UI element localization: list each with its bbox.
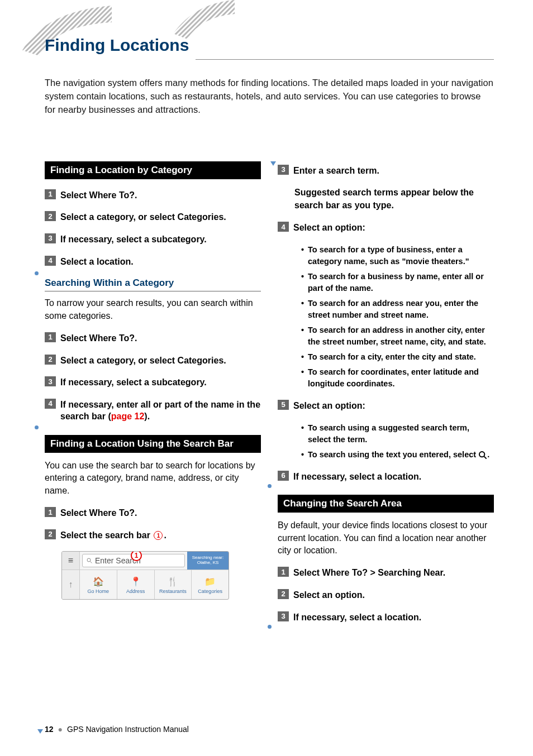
svg-point-3 — [479, 452, 484, 457]
body-text: You can use the search bar to search for… — [45, 460, 261, 497]
magnify-icon — [86, 557, 93, 564]
step-text: If necessary, select a location. — [293, 471, 421, 483]
step-text: Enter a search term. — [293, 165, 379, 177]
callout-ref-1: 1 — [154, 531, 163, 540]
page-footer: 12 ● GPS Navigation Instruction Manual — [45, 725, 189, 734]
step-text: If necessary, select a subcategory. — [60, 376, 207, 389]
list-item: To search for a business by name, enter … — [301, 271, 494, 294]
shortcut-address: 📍Address — [117, 570, 155, 599]
step-text: Select Where To?. — [60, 189, 137, 202]
back-icon: ↑ — [62, 570, 80, 599]
manual-title: GPS Navigation Instruction Manual — [67, 725, 189, 734]
page-number: 12 — [45, 725, 54, 734]
list-item: To search using the text you entered, se… — [301, 449, 494, 461]
page-link[interactable]: page 12 — [111, 412, 145, 421]
list-item: To search for an address in another city… — [301, 324, 494, 348]
device-screenshot: ≡ Enter Search 1 Searching near:Olathe, … — [61, 551, 229, 600]
step-number: 1 — [45, 332, 56, 342]
search-bar: Enter Search 1 — [82, 554, 185, 567]
step-text: If necessary, select a location. — [293, 611, 421, 624]
step-number: 3 — [45, 233, 56, 243]
step-number: 1 — [45, 507, 56, 517]
timeline-arrow — [270, 161, 276, 166]
step-text: If necessary, enter all or part of the n… — [60, 399, 261, 423]
categories-icon: 📁 — [204, 575, 216, 587]
step-text: Select an option: — [293, 222, 365, 234]
searching-near-badge: Searching near:Olathe, KS — [187, 552, 229, 570]
body-text: By default, your device finds locations … — [278, 519, 494, 557]
subsection-heading: Searching Within a Category — [45, 277, 261, 291]
step-number: 2 — [278, 589, 289, 599]
step-text: Select a category, or select Categories. — [60, 211, 226, 223]
step-number: 1 — [45, 189, 56, 199]
step-number: 4 — [45, 399, 56, 409]
timeline-arrow — [37, 729, 43, 734]
step-number: 2 — [45, 211, 56, 221]
step-number: 3 — [278, 165, 289, 175]
step-text: Select Where To?. — [60, 332, 137, 344]
body-text: To narrow your search results, you can s… — [45, 297, 261, 322]
section-heading-category: Finding a Location by Category — [45, 161, 261, 179]
home-icon: 🏠 — [92, 575, 104, 587]
svg-line-2 — [91, 562, 92, 563]
list-item: To search for an address near you, enter… — [301, 298, 494, 321]
section-heading-searchbar: Finding a Location Using the Search Bar — [45, 435, 261, 453]
step-number: 6 — [278, 471, 289, 481]
step-number: 2 — [45, 355, 56, 365]
list-item: To search for a type of business, enter … — [301, 244, 494, 267]
shortcut-categories: 📁Categories — [192, 570, 229, 599]
svg-point-1 — [87, 558, 91, 562]
step-text: Select an option: — [293, 400, 365, 412]
step-number: 1 — [278, 567, 289, 577]
option-list: To search using a suggested search term,… — [301, 422, 494, 461]
step-number: 3 — [45, 376, 56, 386]
step-text: Select Where To? > Searching Near. — [293, 567, 445, 579]
intro-text: The navigation system offers many method… — [45, 76, 494, 117]
step-number: 3 — [278, 611, 289, 621]
step-number: 4 — [278, 222, 289, 232]
step-number: 2 — [45, 529, 56, 539]
menu-icon: ≡ — [62, 552, 80, 570]
footer-bullet: ● — [58, 725, 63, 734]
step-text: Select a location. — [60, 256, 134, 268]
list-item: To search using a suggested search term,… — [301, 422, 494, 446]
timeline-dot — [35, 271, 39, 275]
step-text: If necessary, select a subcategory. — [60, 233, 207, 246]
address-icon: 📍 — [130, 575, 142, 587]
svg-line-4 — [484, 456, 487, 458]
chapter-title: Finding Locations — [45, 36, 494, 55]
list-item: To search for a city, enter the city and… — [301, 351, 494, 363]
step-text: Select an option. — [293, 589, 365, 601]
list-item: To search for coordinates, enter latitud… — [301, 366, 494, 390]
step-number: 4 — [45, 256, 56, 266]
step-text: Select Where To?. — [60, 507, 137, 519]
shortcut-go-home: 🏠Go Home — [80, 570, 117, 599]
timeline-dot — [268, 625, 272, 629]
step-text: Select a category, or select Categories. — [60, 355, 226, 367]
section-heading-search-area: Changing the Search Area — [278, 495, 494, 513]
title-rule — [196, 59, 494, 60]
step-text: Select the search bar 1. — [60, 529, 166, 542]
search-icon — [478, 451, 487, 460]
step-number: 5 — [278, 400, 289, 410]
option-list: To search for a type of business, enter … — [301, 244, 494, 390]
timeline-dot — [35, 425, 39, 429]
restaurant-icon: 🍴 — [166, 575, 179, 587]
timeline-dot — [268, 484, 272, 488]
shortcut-restaurants: 🍴Restaurants — [155, 570, 192, 599]
step-body: Suggested search terms appear below the … — [294, 186, 494, 212]
